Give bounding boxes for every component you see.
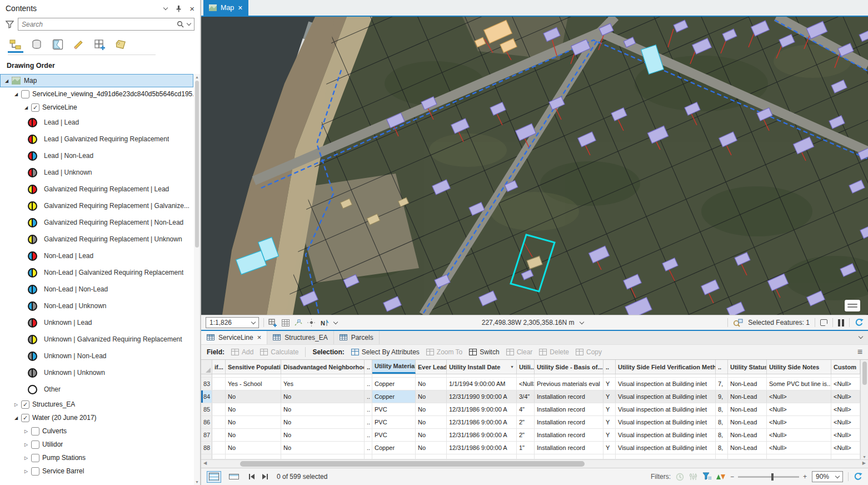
column-header[interactable]: Custom	[831, 360, 860, 374]
row-number[interactable]: 86	[201, 416, 212, 428]
list-by-snapping-button[interactable]	[92, 36, 108, 53]
table-cell[interactable]: Non-Lead	[728, 403, 767, 415]
legend-item[interactable]: Non-Lead | Non-Lead	[0, 281, 193, 298]
grid-icon[interactable]	[282, 319, 290, 326]
expand-collapse-icon[interactable]: ▷	[12, 402, 20, 407]
layer-visibility-checkbox[interactable]: ✓	[31, 103, 39, 112]
column-header[interactable]: Sensitive Population	[226, 360, 281, 374]
table-cell[interactable]: No	[226, 390, 281, 403]
map-canvas[interactable]	[201, 17, 868, 315]
zoom-slider-thumb[interactable]	[771, 473, 774, 481]
table-cell[interactable]	[212, 429, 226, 441]
column-header[interactable]: Utility Side Notes	[767, 360, 831, 374]
clear-selection-button[interactable]: Clear	[506, 348, 533, 356]
table-vertical-scrollbar[interactable]: ▼	[860, 360, 868, 459]
row-number[interactable]: 85	[201, 403, 212, 415]
table-cell[interactable]	[212, 403, 226, 415]
table-cell[interactable]: <Null>	[831, 429, 860, 441]
calculate-field-button[interactable]: Calculate	[260, 348, 298, 356]
table-cell[interactable]: 3/4"	[517, 390, 535, 403]
table-zoom-selector[interactable]: 90%	[812, 471, 843, 482]
add-field-button[interactable]: Add	[231, 348, 253, 356]
table-cell[interactable]: 1/1/1994 9:00:00 AM	[447, 378, 517, 390]
legend-item[interactable]: Non-Lead | Lead	[0, 248, 193, 264]
legend-item[interactable]: Lead | Galvanized Requiring Replacement	[0, 131, 193, 147]
table-cell[interactable]	[212, 442, 226, 454]
legend-item[interactable]: Unknown | Unknown	[0, 364, 193, 381]
table-cell[interactable]: ..	[365, 442, 372, 454]
table-cell[interactable]: Previous materials eval	[535, 378, 603, 390]
table-row[interactable]: 84NoNo..CopperNo12/31/1990 9:00:00 A3/4"…	[201, 390, 860, 403]
table-cell[interactable]: 8,	[716, 416, 728, 428]
scroll-right-icon[interactable]: ▶	[862, 461, 866, 466]
sort-icon[interactable]	[716, 474, 725, 479]
table-cell[interactable]: <Null>	[831, 416, 860, 428]
last-record-button[interactable]	[262, 474, 268, 479]
table-cell[interactable]: Installation record	[535, 403, 603, 415]
table-cell[interactable]: Y	[603, 429, 616, 441]
close-table-icon[interactable]: ×	[257, 334, 262, 341]
table-cell[interactable]: 12/31/1986 9:00:00 A	[447, 442, 517, 454]
map-view[interactable]	[201, 17, 868, 315]
column-header[interactable]: ..	[716, 360, 728, 374]
row-number[interactable]: 83	[201, 378, 212, 390]
legend-item[interactable]: Lead | Unknown	[0, 164, 193, 181]
expand-collapse-icon[interactable]: ◢	[3, 78, 11, 83]
copy-button[interactable]: Copy	[576, 348, 602, 356]
row-number[interactable]: 88	[201, 442, 212, 454]
list-by-labeling-button[interactable]	[113, 36, 129, 53]
north-compass-icon[interactable]: N	[320, 319, 330, 327]
table-cell[interactable]: Installation record	[535, 429, 603, 441]
table-cell[interactable]: <Null>	[767, 403, 831, 415]
table-tab-serviceline[interactable]: ServiceLine ×	[201, 331, 267, 344]
table-cell[interactable]: Non-Lead	[728, 390, 767, 403]
tree-item-water[interactable]: ◢ ✓ Water (20 June 2017)	[0, 411, 193, 424]
tree-item-water-sublayer[interactable]: ▷Culverts	[0, 424, 193, 438]
row-number[interactable]: 87	[201, 429, 212, 441]
delete-selection-button[interactable]: Delete	[539, 348, 569, 356]
table-cell[interactable]: No	[226, 403, 281, 415]
select-by-attributes-button[interactable]: Select By Attributes	[351, 348, 420, 356]
tree-item-water-sublayer[interactable]: ▷Utilidor	[0, 438, 193, 451]
table-cell[interactable]: No	[281, 403, 365, 415]
table-cell[interactable]: PVC	[372, 403, 416, 415]
table-cell[interactable]: Y	[603, 378, 616, 390]
column-header[interactable]: ..	[603, 360, 616, 374]
measure-icon[interactable]	[294, 319, 303, 326]
table-cell[interactable]: ..	[365, 378, 372, 390]
scrollbar-thumb[interactable]	[195, 81, 199, 248]
column-header[interactable]: Ever Lead?	[416, 360, 447, 374]
expand-collapse-icon[interactable]: ▷	[22, 429, 30, 434]
search-icon[interactable]	[177, 21, 184, 28]
table-cell[interactable]	[212, 390, 226, 403]
table-tab-parcels[interactable]: Parcels	[334, 331, 380, 344]
table-cell[interactable]: No	[226, 442, 281, 454]
table-cell[interactable]: Copper	[372, 390, 416, 403]
clear-selection-icon[interactable]	[820, 319, 827, 326]
refresh-icon[interactable]	[855, 318, 864, 327]
table-cell[interactable]: Y	[603, 442, 616, 454]
expand-collapse-icon[interactable]: ◢	[12, 92, 20, 97]
table-cell[interactable]: No	[416, 390, 447, 403]
pin-icon[interactable]	[175, 5, 182, 12]
table-cell[interactable]: <Null>	[831, 442, 860, 454]
expand-collapse-icon[interactable]: ▷	[22, 442, 30, 447]
expand-collapse-icon[interactable]: ◢	[12, 415, 20, 420]
table-cell[interactable]: Y	[603, 403, 616, 415]
table-cell[interactable]: Installation record	[535, 390, 603, 403]
table-cell[interactable]: Installation record	[535, 442, 603, 454]
legend-item[interactable]: Unknown | Non-Lead	[0, 348, 193, 364]
table-cell[interactable]: Visual inspection at Building inlet	[616, 429, 716, 441]
table-cell[interactable]	[212, 378, 226, 390]
layer-visibility-checkbox[interactable]	[31, 441, 39, 449]
column-header[interactable]: Utility Install Date▼	[447, 360, 517, 374]
tree-item-map[interactable]: ◢ Map	[0, 74, 193, 87]
table-tab-structures-ea[interactable]: Structures_EA	[267, 331, 333, 344]
table-row[interactable]: 87NoNo..PVCNo12/31/1986 9:00:00 A2"Insta…	[201, 429, 860, 442]
legend-item[interactable]: Lead | Non-Lead	[0, 147, 193, 164]
column-header[interactable]: Utility Status*	[728, 360, 767, 374]
legend-item[interactable]: Non-Lead | Unknown	[0, 298, 193, 314]
expand-collapse-icon[interactable]: ▷	[22, 469, 30, 474]
new-map-grid-icon[interactable]	[268, 319, 277, 327]
scroll-down-icon[interactable]: ▼	[194, 480, 200, 484]
